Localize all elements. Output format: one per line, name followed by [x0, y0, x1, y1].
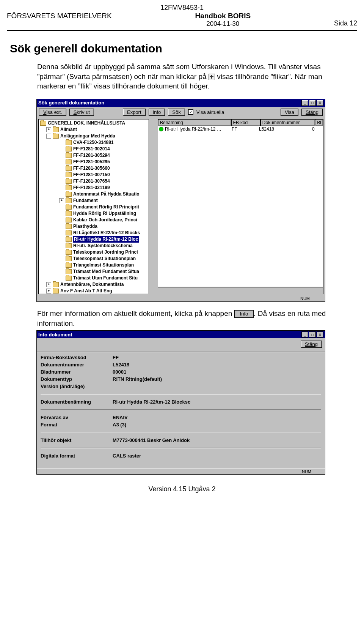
- info-label: Bladnummer: [41, 369, 113, 375]
- header-org: FÖRSVARETS MATERIELVERK: [7, 12, 112, 20]
- tree-node[interactable]: Plasthydda: [40, 223, 148, 230]
- info-statusbar: NUM: [37, 469, 325, 474]
- folder-icon: [66, 269, 72, 274]
- tree-node[interactable]: Trämast Med Fundament Situa: [40, 268, 148, 275]
- expand-icon[interactable]: +: [46, 127, 51, 132]
- info-value: CALS raster: [113, 453, 321, 459]
- folder-icon: [53, 282, 59, 287]
- window-titlebar[interactable]: Sök generell dokumentation _ □ ×: [37, 99, 325, 107]
- tree-node[interactable]: Teleskopmast Situationsplan: [40, 256, 148, 262]
- header-rule: [7, 30, 357, 31]
- expand-icon[interactable]: +: [59, 198, 64, 203]
- folder-icon: [53, 134, 59, 139]
- tree-node[interactable]: +Antennbärare, Dokumentlista: [40, 281, 148, 288]
- col-fbkod[interactable]: FB-kod: [231, 119, 260, 126]
- info-window-titlebar[interactable]: Info dokument _ □ ×: [37, 331, 325, 338]
- folder-icon: [66, 256, 72, 261]
- tree-node[interactable]: Hydda Rörlig Rl Uppställning: [40, 210, 148, 217]
- tree-node[interactable]: FF-F1281-305660: [40, 165, 148, 172]
- tree-node[interactable]: Antennmast På Hydda Situatio: [40, 191, 148, 197]
- visa-button[interactable]: Visa: [281, 109, 298, 116]
- info-label: Tillhör objekt: [41, 437, 113, 443]
- tree-node[interactable]: FF-F1281-307150: [40, 172, 148, 178]
- info-value: [113, 383, 321, 389]
- expand-icon[interactable]: +: [46, 289, 51, 293]
- inline-info-button[interactable]: Info: [234, 310, 254, 318]
- folder-icon: [66, 237, 72, 242]
- col-bl[interactable]: Bl: [315, 119, 323, 126]
- sok-button[interactable]: Sök: [168, 109, 185, 116]
- skriv-ut-button[interactable]: Skriv ut: [69, 109, 94, 116]
- tree-node[interactable]: FF-F1281-305294: [40, 152, 148, 159]
- tree-node[interactable]: Teleskopmast Jordning Princi: [40, 249, 148, 256]
- status-dot-icon: [159, 127, 163, 131]
- expand-icon[interactable]: +: [46, 282, 51, 287]
- stang-button[interactable]: Stäng: [301, 109, 323, 116]
- folder-icon: [66, 159, 72, 164]
- header-title: Handbok BORIS: [112, 12, 334, 20]
- minimize-icon[interactable]: _: [301, 331, 308, 338]
- folder-icon: [66, 205, 72, 210]
- maximize-icon[interactable]: □: [309, 100, 316, 106]
- collapse-icon[interactable]: –: [46, 134, 51, 139]
- tree-node[interactable]: FF-F1281-321199: [40, 185, 148, 191]
- tree-node[interactable]: CVA-F1250-314881: [40, 139, 148, 146]
- close-icon[interactable]: ×: [317, 331, 323, 338]
- folder-icon: [66, 179, 72, 184]
- cell-benamning: Rl-utr Hydda Rl-22/tm-12 …: [165, 126, 232, 132]
- info-window-title: Info dokument: [38, 332, 72, 338]
- tree-node[interactable]: –Anläggningar Med Hydda: [40, 133, 148, 139]
- header-doc-id: 12FMV8453-1: [7, 4, 357, 12]
- window-title: Sök generell dokumentation: [38, 100, 104, 106]
- list-item[interactable]: Rl-utr Hydda Rl-22/tm-12 … FF L52418 0: [158, 126, 323, 132]
- separator: [41, 448, 321, 448]
- info-value: FF: [113, 355, 321, 360]
- folder-icon: [66, 198, 72, 203]
- tree-scrollbar[interactable]: [150, 119, 156, 294]
- header-date: 2004-11-30: [112, 20, 334, 28]
- col-doknr[interactable]: Dokumentnummer: [260, 119, 315, 126]
- tree-node[interactable]: Trämast Utan Fundament Situ: [40, 275, 148, 281]
- tree-node[interactable]: +Anv F Ansl Ab T Atl Eng: [40, 288, 148, 294]
- close-icon[interactable]: ×: [317, 100, 323, 106]
- visa-aktuella-label: Visa aktuella: [196, 109, 224, 115]
- export-button[interactable]: Export: [123, 109, 146, 116]
- folder-icon: [66, 166, 72, 171]
- tree-node[interactable]: Rl Lågeffekt R-22/tm-12 Blocks: [40, 230, 148, 236]
- plus-icon: [209, 74, 215, 80]
- tree-node[interactable]: Kablar Och Jordledare, Princi: [40, 217, 148, 223]
- visa-ext-button[interactable]: VVisa ext.isa ext.: [39, 109, 66, 116]
- tree-node[interactable]: Rl-utr. Systemblockschema: [40, 243, 148, 249]
- info-button[interactable]: Info: [149, 109, 165, 116]
- tree-node[interactable]: Fundament Rörlig Rl Principrit: [40, 204, 148, 210]
- tree-node[interactable]: +Fundament: [40, 197, 148, 204]
- info-value: ENAIV: [113, 415, 321, 420]
- folder-icon: [66, 153, 72, 158]
- tree-pane[interactable]: GENERELL DOK. INNEHÅLLSLISTA+Allmänt–Anl…: [38, 119, 149, 294]
- list-h-scrollbar[interactable]: [158, 287, 323, 294]
- tree-node[interactable]: Rl-utr Hydda Rl-22/tm-12 Bloc: [40, 236, 148, 243]
- visa-aktuella-checkbox[interactable]: ✓: [188, 109, 193, 115]
- tree-node[interactable]: FF-F1281-307654: [40, 178, 148, 185]
- list-body[interactable]: Rl-utr Hydda Rl-22/tm-12 … FF L52418 0: [158, 126, 323, 287]
- folder-icon: [66, 211, 72, 216]
- tree-node[interactable]: FF-F1281-302014: [40, 146, 148, 152]
- tree-node[interactable]: FF-F1281-305295: [40, 159, 148, 165]
- separator: [41, 432, 321, 433]
- folder-icon: [53, 289, 59, 293]
- col-benamning[interactable]: Benämning: [158, 119, 231, 126]
- cell-doknr: L52418: [259, 126, 312, 132]
- list-header[interactable]: Benämning FB-kod Dokumentnummer Bl: [158, 119, 323, 126]
- info-label: Format: [41, 422, 113, 428]
- intro-paragraph: Denna sökbild är uppbyggd på samma sätt …: [37, 62, 342, 91]
- minimize-icon[interactable]: _: [301, 100, 308, 106]
- maximize-icon[interactable]: □: [309, 331, 316, 338]
- info-stang-button[interactable]: Stäng: [301, 341, 322, 348]
- tree-node[interactable]: +Allmänt: [40, 126, 148, 133]
- header-page: Sida 12: [334, 12, 357, 27]
- tree-root[interactable]: GENERELL DOK. INNEHÅLLSLISTA: [40, 120, 148, 126]
- folder-icon: [66, 147, 72, 151]
- info-value: M7773-000441 Beskr Gen Anldok: [113, 437, 321, 443]
- folder-icon: [40, 121, 46, 126]
- tree-node[interactable]: Triangelmast Situationsplan: [40, 262, 148, 268]
